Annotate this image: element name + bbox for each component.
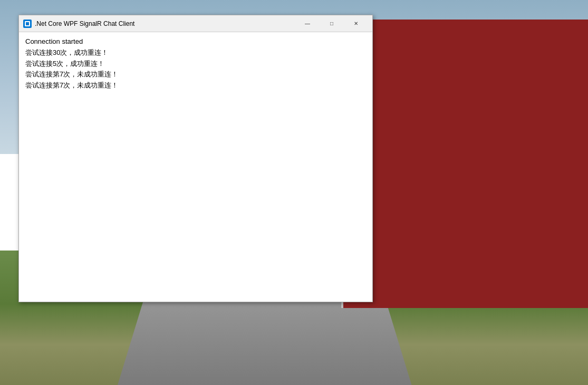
title-bar: .Net Core WPF SignalR Chat Client — □ ✕ — [19, 15, 372, 32]
log-line-4: 尝试连接第7次，未成功重连！ — [25, 69, 366, 80]
window-controls: — □ ✕ — [295, 15, 368, 32]
app-icon — [23, 20, 32, 28]
log-output-area: Connection started 尝试连接30次，成功重连！ 尝试连接5次，… — [19, 32, 372, 302]
app-icon-inner — [25, 21, 30, 26]
application-window: .Net Core WPF SignalR Chat Client — □ ✕ … — [18, 15, 373, 302]
background-house — [341, 20, 588, 309]
close-button[interactable]: ✕ — [344, 15, 368, 32]
minimize-button[interactable]: — — [295, 15, 320, 32]
window-title: .Net Core WPF SignalR Chat Client — [35, 20, 295, 27]
log-line-3: 尝试连接5次，成功重连！ — [25, 59, 366, 70]
log-line-5: 尝试连接第7次，未成功重连！ — [25, 80, 366, 91]
maximize-button[interactable]: □ — [320, 15, 344, 32]
log-line-1: Connection started — [25, 36, 366, 47]
log-line-2: 尝试连接30次，成功重连！ — [25, 47, 366, 59]
